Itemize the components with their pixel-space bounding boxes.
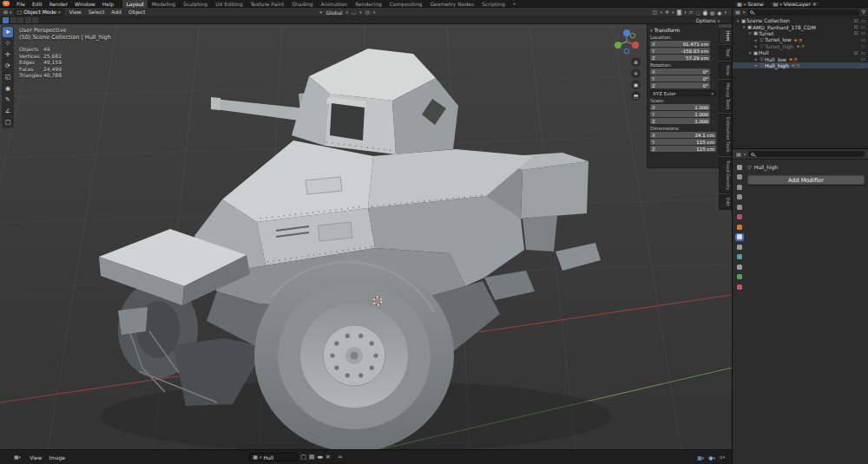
editor-type-icon[interactable]: ⊞ [3,8,8,16]
sidebar-tab-view[interactable]: View [719,62,732,79]
workspace-tab-scripting[interactable]: Scripting [478,0,510,8]
lock-icon[interactable]: ◦ [710,69,716,75]
rotate-tool-icon[interactable]: ⟳ [3,61,13,71]
properties-tab-world[interactable] [735,213,744,221]
exclude-checkbox-icon[interactable]: ☑ [854,18,858,23]
lock-icon[interactable]: ◦ [710,76,716,82]
lock-icon[interactable]: ◦ [710,105,716,110]
properties-editor-type-icon[interactable]: ▤ [736,150,741,159]
transform-panel-header[interactable]: ▾ Transform [650,27,716,33]
properties-tab-particles[interactable] [735,243,744,251]
viewport-menu-object[interactable]: Object [125,8,149,16]
dimensions-x-field[interactable]: X24.1 cm [650,132,716,138]
proportional-edit-icon[interactable]: ◎ [365,8,370,16]
view-sphere-icon[interactable]: ●▾ [708,454,715,461]
lock-icon[interactable]: ◦ [710,56,716,61]
properties-tab-object[interactable] [735,223,744,231]
disable-in-viewport-icon[interactable]: ▭ [861,30,865,36]
shading-rendered-icon[interactable]: ◉ [717,10,721,16]
pan-hand-icon[interactable]: ✛ [631,69,641,78]
transform-tool-icon[interactable]: ◉ [3,83,13,94]
exclude-checkbox-icon[interactable]: ☑ [854,50,858,56]
sidebar-tab-tread-density[interactable]: Tread Density [719,157,732,193]
disable-in-viewport-icon[interactable]: ▭ [861,62,865,68]
properties-tab-constraints[interactable] [735,263,744,271]
scale-x-field[interactable]: X1.000 [650,104,710,110]
sidebar-tab-edit[interactable]: Edit [719,194,732,210]
lock-icon[interactable]: ◦ [710,49,716,54]
viewport-menu-select[interactable]: Select [85,8,108,16]
exclude-checkbox-icon[interactable]: ☑ [854,24,858,29]
menu-edit[interactable]: Edit [29,0,46,8]
menu-help[interactable]: Help [99,0,118,8]
workspace-tab-rendering[interactable]: Rendering [352,0,386,8]
properties-tab-view-layer[interactable] [735,193,744,201]
select-box-tool-icon[interactable]: ➤ [3,27,13,37]
rotation-z-field[interactable]: Z0° [650,82,710,88]
cursor-tool-icon[interactable]: ⊹ [3,38,13,49]
lock-icon[interactable]: ◦ [710,112,716,117]
outliner-row-turret_high[interactable]: ▸▽Turret_high◈◔▭ [733,43,868,49]
add-workspace-button[interactable]: + [510,0,520,8]
outliner-row-scene collection[interactable]: ▾▣Scene Collection☑▭ [733,17,868,23]
disable-in-viewport-icon[interactable]: ▭ [861,50,865,56]
workspace-tab-modeling[interactable]: Modeling [148,0,180,8]
menu-file[interactable]: File [13,0,29,8]
dimensions-z-field[interactable]: Z115 cm [650,146,716,152]
menu-render[interactable]: Render [46,0,71,8]
viewport-3d[interactable]: ➤⊹✛⟳◱◉✎∠▢ User Perspective (50) Scene Co… [0,24,732,449]
measure-tool-icon[interactable]: ∠ [3,106,13,116]
workspace-tab-uv-editing[interactable]: UV Editing [212,0,247,8]
workspace-tab-sculpting[interactable]: Sculpting [180,0,212,8]
object-visibility-icon[interactable]: ◫ [653,8,658,16]
workspace-tab-texture-paint[interactable]: Texture Paint [247,0,288,8]
outliner-search-input[interactable] [747,10,859,16]
rotation-mode-dropdown[interactable]: XYZ Euler▾ [650,90,716,96]
orientation-label[interactable]: Global [326,10,342,16]
properties-tab-modifiers[interactable] [735,233,744,241]
disable-in-viewport-icon[interactable]: ▭ [861,24,865,29]
properties-tab-render[interactable] [735,173,744,181]
mode-selector[interactable]: ▢ Object Mode ▾ [14,9,64,16]
unlink-image-button[interactable]: ✕ [326,454,331,461]
sidebar-tab-tool[interactable]: Tool [719,45,732,61]
properties-tab-output[interactable] [735,183,744,191]
perspective-toggle-icon[interactable]: ⬒ [631,91,641,101]
options-dropdown[interactable]: Options ▾ [695,17,720,23]
outliner-row-turret[interactable]: ▾▣Turret☑▭ [733,30,868,36]
sidebar-tab-estimation-tools[interactable]: Estimation Tools [719,114,732,156]
lock-icon[interactable]: ◦ [710,42,716,47]
properties-tab-object-data[interactable] [735,273,744,281]
rotation-x-field[interactable]: X0° [650,69,710,75]
move-tool-icon[interactable]: ✛ [3,49,13,60]
location-y-field[interactable]: Y-158.83 cm [650,48,710,54]
location-x-field[interactable]: X91.471 cm [650,41,710,47]
lock-icon[interactable]: ◦ [710,119,716,124]
image-menu-view[interactable]: View [26,450,45,464]
view-layer-selector[interactable]: ▤ ▾ ViewLayer ✕ [769,1,819,7]
outliner-row-hull_low[interactable]: ▸▽Hull_low◈◔▭ [733,56,868,62]
tool-mode-set-icon[interactable] [3,17,9,23]
tool-mode-intersect-icon[interactable] [32,17,38,23]
sidebar-tab-item[interactable]: Item [719,28,732,44]
snap-magnet-icon[interactable]: ◡ [352,8,356,16]
tool-mode-invert-icon[interactable] [25,17,31,23]
scale-tool-icon[interactable]: ◱ [3,72,13,82]
tool-mode-extend-icon[interactable] [10,17,16,23]
image-menu-image[interactable]: Image [45,450,69,464]
add-modifier-button[interactable]: Add Modifier [747,175,865,185]
dimensions-y-field[interactable]: Y115 cm [650,139,716,145]
workspace-tab-layout[interactable]: Layout [122,0,148,8]
workspace-tab-animation[interactable]: Animation [318,0,352,8]
tool-mode-subtract-icon[interactable] [17,17,23,23]
location-z-field[interactable]: Z57.29 cm [650,55,710,61]
shading-wireframe-icon[interactable]: ◌ [695,10,700,16]
filter-icon[interactable]: ∇ [862,8,865,16]
sidebar-tab-mocap-tools[interactable]: Mocap Tools [719,80,732,113]
outliner-editor-type-icon[interactable]: ▤ [735,8,740,16]
outliner-row-hull_high[interactable]: ▸▽Hull_high◈◔▭ [733,62,868,69]
duplicate-image-button[interactable]: ▤ [309,454,315,461]
workspace-tab-geometry-nodes[interactable]: Geometry Nodes [426,0,478,8]
link-icon[interactable]: ∞ [338,454,343,461]
scale-y-field[interactable]: Y1.000 [650,111,710,117]
